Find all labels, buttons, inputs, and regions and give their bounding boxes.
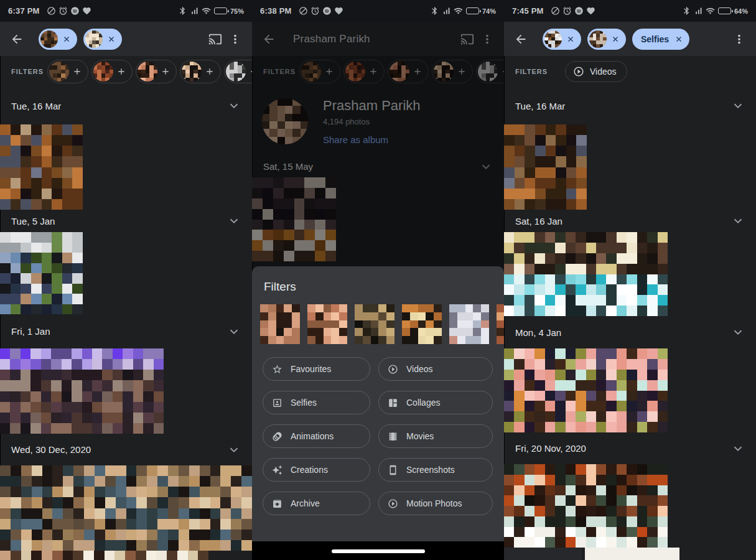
motion-photos-filter-button[interactable]: Motion Photos bbox=[378, 492, 493, 515]
plus-icon bbox=[116, 67, 126, 77]
avatar bbox=[49, 62, 69, 82]
chevron-down-icon[interactable] bbox=[227, 214, 241, 228]
face-filter-thumbnail[interactable] bbox=[307, 304, 347, 344]
avatar bbox=[93, 62, 113, 82]
date-section-header: Wed, 30 Dec, 2020 bbox=[0, 434, 252, 465]
face-filter-thumbnail[interactable] bbox=[260, 304, 300, 344]
chevron-down-icon[interactable] bbox=[731, 442, 745, 455]
spotify-icon bbox=[70, 6, 80, 16]
chevron-down-icon[interactable] bbox=[227, 443, 241, 457]
filters-label: FILTERS bbox=[515, 68, 551, 75]
battery-percent: 74% bbox=[482, 7, 496, 15]
selfies-filter-chip[interactable]: Selfies bbox=[632, 29, 689, 50]
face-filter-thumbnail[interactable] bbox=[355, 304, 394, 344]
creations-filter-button[interactable]: Creations bbox=[263, 458, 370, 482]
photo-thumbnail-partial[interactable] bbox=[585, 548, 679, 560]
wifi-icon bbox=[454, 6, 463, 16]
selfies-filter-button[interactable]: Selfies bbox=[263, 391, 370, 414]
photo-thumbnail[interactable] bbox=[0, 465, 252, 551]
person-filter-chip-2[interactable] bbox=[587, 29, 626, 50]
date-label: Sat, 16 Jan bbox=[515, 216, 562, 226]
home-indicator[interactable] bbox=[332, 549, 425, 553]
remove-filter-icon[interactable] bbox=[611, 35, 620, 44]
face-filter-thumbnail[interactable] bbox=[449, 304, 489, 344]
filters-row: FILTERS Videos bbox=[504, 56, 756, 87]
star-icon bbox=[272, 364, 282, 375]
date-section-header: Tue, 5 Jan bbox=[0, 210, 252, 232]
button-label: Movies bbox=[406, 431, 434, 441]
photo-thumbnail[interactable] bbox=[504, 348, 668, 432]
plus-icon bbox=[205, 67, 215, 77]
archive-filter-button[interactable]: Archive bbox=[263, 492, 370, 515]
face-filter-thumbnail[interactable] bbox=[497, 304, 504, 344]
person-filter-chip-1[interactable] bbox=[543, 29, 581, 50]
back-arrow-icon[interactable] bbox=[10, 32, 24, 46]
movies-filter-button[interactable]: Movies bbox=[378, 424, 493, 448]
avatar bbox=[226, 62, 246, 82]
remove-filter-icon[interactable] bbox=[566, 35, 575, 44]
photo-thumbnail[interactable] bbox=[0, 232, 83, 314]
add-person-filter-chip[interactable] bbox=[224, 60, 252, 83]
play-circle-icon bbox=[388, 364, 398, 375]
avatar bbox=[544, 30, 562, 48]
photo-thumbnail[interactable] bbox=[0, 348, 164, 434]
bluetooth-icon bbox=[178, 6, 187, 16]
photo-thumbnail[interactable] bbox=[504, 464, 668, 548]
photo-thumbnail[interactable] bbox=[504, 232, 668, 316]
date-label: Mon, 4 Jan bbox=[515, 327, 561, 338]
alarm-icon bbox=[310, 6, 320, 16]
chevron-down-icon[interactable] bbox=[227, 99, 241, 113]
date-label: Fri, 1 Jan bbox=[11, 326, 50, 337]
date-section-header: Fri, 20 Nov, 2020 bbox=[504, 432, 756, 464]
face-filter-thumbnail[interactable] bbox=[402, 304, 442, 344]
person-filter-chip-2[interactable] bbox=[83, 29, 122, 50]
collages-filter-button[interactable]: Collages bbox=[378, 391, 493, 414]
add-person-filter-chip[interactable] bbox=[47, 60, 88, 83]
screenshots-filter-button[interactable]: Screenshots bbox=[378, 458, 493, 482]
photo-thumbnail-partial[interactable] bbox=[0, 551, 208, 560]
chevron-down-icon[interactable] bbox=[227, 325, 241, 338]
videos-filter-pill[interactable]: Videos bbox=[565, 61, 627, 82]
date-label: Tue, 5 Jan bbox=[11, 216, 55, 226]
chevron-down-icon[interactable] bbox=[731, 325, 745, 339]
back-arrow-icon[interactable] bbox=[514, 32, 528, 46]
panel-middle-person-detail-with-filter-sheet: 6:38 PM 74% Prasham Parikh FILTERS bbox=[252, 0, 504, 560]
more-options-icon[interactable] bbox=[732, 32, 746, 46]
date-label: Fri, 20 Nov, 2020 bbox=[515, 443, 586, 454]
bluetooth-icon bbox=[430, 6, 439, 16]
filter-buttons-grid: Favourites Videos Selfies Collages Anima… bbox=[252, 344, 504, 515]
cast-icon[interactable] bbox=[208, 32, 222, 46]
panel-right-selfies-filter-results: 7:45 PM 64% Selfi bbox=[504, 0, 756, 560]
remove-filter-icon[interactable] bbox=[62, 35, 71, 44]
clock: 7:45 PM bbox=[512, 6, 544, 16]
chevron-down-icon[interactable] bbox=[731, 214, 745, 228]
button-label: Motion Photos bbox=[406, 498, 462, 508]
button-label: Archive bbox=[291, 498, 320, 508]
animations-filter-button[interactable]: Animations bbox=[263, 424, 370, 448]
smartphone-icon bbox=[388, 465, 398, 475]
more-options-icon[interactable] bbox=[228, 32, 242, 46]
add-person-filter-chip[interactable] bbox=[91, 60, 133, 83]
face-filter-strip bbox=[252, 304, 504, 344]
add-person-filter-chip[interactable] bbox=[180, 60, 221, 83]
wifi-icon bbox=[706, 6, 715, 16]
person-filter-chip-1[interactable] bbox=[39, 29, 77, 50]
alarm-icon bbox=[58, 6, 68, 16]
button-label: Animations bbox=[291, 431, 334, 441]
battery-icon bbox=[466, 7, 479, 14]
photo-thumbnail[interactable] bbox=[504, 124, 587, 210]
button-label: Favourites bbox=[291, 364, 331, 374]
photo-thumbnail[interactable] bbox=[0, 124, 83, 210]
videos-filter-button[interactable]: Videos bbox=[378, 357, 493, 381]
health-heart-icon bbox=[82, 6, 91, 16]
add-person-filter-chip[interactable] bbox=[136, 60, 177, 83]
status-bar: 7:45 PM 64% bbox=[504, 0, 756, 22]
sheet-title: Filters bbox=[264, 280, 504, 294]
remove-filter-icon[interactable] bbox=[107, 35, 116, 44]
wifi-icon bbox=[202, 6, 211, 16]
favourites-filter-button[interactable]: Favourites bbox=[263, 357, 370, 381]
remove-filter-icon[interactable] bbox=[674, 35, 683, 44]
chevron-down-icon[interactable] bbox=[731, 99, 745, 113]
photo-thumbnail-partial[interactable] bbox=[504, 548, 582, 560]
button-label: Videos bbox=[590, 67, 617, 77]
